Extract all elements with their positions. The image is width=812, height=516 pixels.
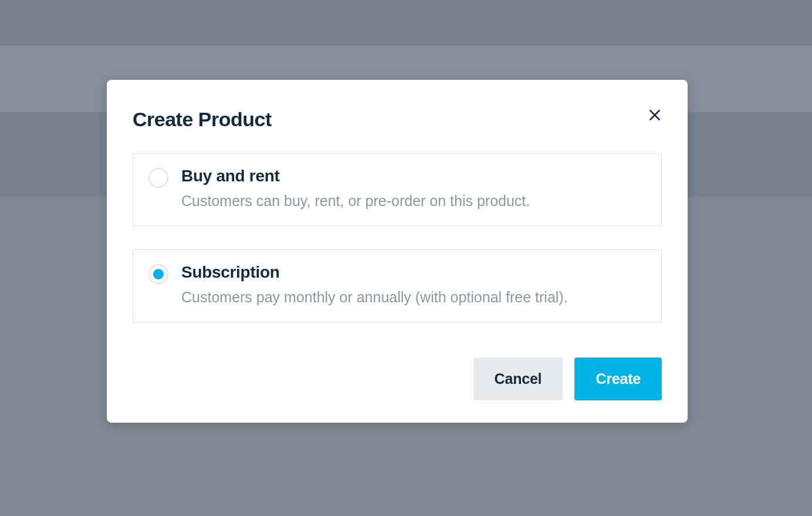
modal-title: Create Product [133,108,272,131]
option-subscription[interactable]: Subscription Customers pay monthly or an… [133,249,662,322]
create-button[interactable]: Create [574,358,662,400]
radio-buy-and-rent[interactable] [148,168,168,188]
option-body: Buy and rent Customers can buy, rent, or… [181,167,646,211]
cancel-button[interactable]: Cancel [473,358,563,400]
close-button[interactable] [644,104,665,127]
background-overlay [0,0,812,46]
modal-actions: Cancel Create [133,358,662,400]
create-product-modal: Create Product Buy and rent Customers ca… [107,80,688,423]
option-description: Customers can buy, rent, or pre-order on… [181,191,646,211]
option-body: Subscription Customers pay monthly or an… [181,263,646,308]
option-title: Subscription [181,263,646,282]
option-description: Customers pay monthly or annually (with … [181,288,646,308]
modal-header: Create Product [133,108,662,131]
close-icon [647,107,662,123]
option-title: Buy and rent [181,167,646,186]
option-buy-and-rent[interactable]: Buy and rent Customers can buy, rent, or… [133,153,662,226]
radio-subscription[interactable] [148,264,168,284]
